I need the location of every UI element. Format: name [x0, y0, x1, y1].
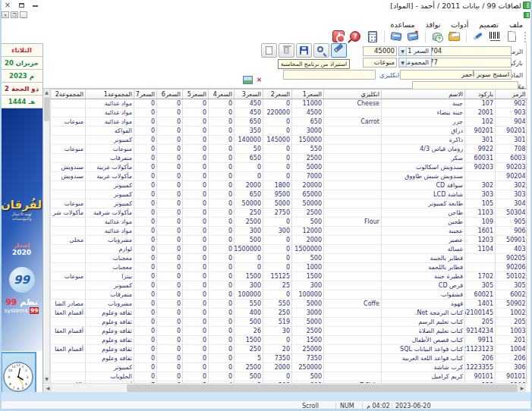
table-cell[interactable]: 0 — [157, 209, 183, 218]
folder-materials-icon[interactable] — [447, 30, 461, 43]
table-cell[interactable]: 90203 — [496, 163, 527, 172]
table-cell[interactable]: 0 — [157, 254, 183, 263]
table-cell[interactable] — [465, 172, 496, 181]
vertical-scrollbar[interactable]: ▲ ▼ — [43, 89, 50, 383]
table-cell[interactable]: منوعات — [51, 199, 86, 209]
table-cell[interactable]: 550 — [292, 145, 324, 154]
search-button[interactable] — [313, 43, 329, 58]
table-cell[interactable]: 0 — [263, 254, 292, 263]
table-cell[interactable] — [324, 136, 382, 145]
table-cell[interactable]: 60021 — [465, 290, 496, 300]
table-cell[interactable]: 0 — [183, 281, 209, 290]
table-cell[interactable] — [324, 272, 382, 281]
table-cell[interactable]: 0 — [209, 99, 235, 108]
table-cell[interactable]: 0 — [183, 300, 209, 309]
table-cell[interactable]: 0 — [183, 172, 209, 181]
table-cell[interactable]: 0 — [235, 254, 263, 263]
table-cell[interactable]: 0 — [209, 272, 235, 281]
table-cell[interactable]: ثقافة وعلوم — [86, 318, 134, 327]
table-cell[interactable]: عجينة — [382, 227, 465, 236]
table-cell[interactable]: مشروبات — [86, 236, 134, 245]
table-cell[interactable]: 300 — [263, 227, 292, 236]
table-cell[interactable]: 1500 — [292, 272, 324, 281]
table-cell[interactable]: 1002 — [496, 309, 527, 318]
table-cell[interactable]: 305 — [496, 281, 527, 290]
table-cell[interactable] — [51, 336, 86, 345]
table-cell[interactable]: ثقافة وعلوم — [86, 336, 134, 345]
table-cell[interactable]: 0 — [157, 245, 183, 254]
table-cell[interactable]: 5000 — [292, 318, 324, 327]
table-cell[interactable] — [51, 245, 86, 254]
table-cell[interactable]: فطاير بالجبنة — [382, 254, 465, 263]
table-cell[interactable]: 0 — [183, 363, 209, 372]
table-cell[interactable]: 0 — [134, 181, 157, 190]
table-cell[interactable]: 0 — [134, 336, 157, 345]
code-field[interactable]: 704 — [427, 46, 512, 56]
table-cell[interactable]: 0 — [183, 127, 209, 136]
table-cell[interactable]: 650 — [235, 154, 263, 163]
price-field[interactable]: 45000 — [363, 46, 397, 56]
table-cell[interactable]: 90201 — [496, 127, 527, 136]
table-cell[interactable]: 0 — [157, 263, 183, 272]
table-cell[interactable]: 5 — [235, 354, 263, 363]
table-cell[interactable]: منوعات — [51, 118, 86, 127]
table-cell[interactable]: 1800 — [263, 181, 292, 190]
table-cell[interactable]: 0 — [183, 245, 209, 254]
table-cell[interactable]: 0 — [209, 245, 235, 254]
table-cell[interactable]: 0 — [134, 163, 157, 172]
table-cell[interactable]: 0 — [157, 318, 183, 327]
table-cell[interactable]: ثقافة وعلوم — [86, 354, 134, 363]
table-cell[interactable]: كمبيوتر — [86, 136, 134, 145]
table-cell[interactable]: 0 — [157, 172, 183, 181]
table-cell[interactable] — [324, 290, 382, 300]
column-header[interactable]: المجموعة1 — [86, 89, 134, 99]
table-row[interactable]: 503041103طاجن250027502500000مأكولات شرقي… — [51, 209, 527, 218]
table-cell[interactable]: 305 — [465, 281, 496, 290]
table-cell[interactable] — [324, 127, 382, 136]
table-cell[interactable] — [324, 209, 382, 218]
table-row[interactable]: 304105طابعة كمبيوتر500005000500000000كمب… — [51, 199, 527, 209]
table-cell[interactable]: كريم كراميل — [382, 372, 465, 381]
table-cell[interactable]: 1500000 — [235, 245, 263, 254]
table-cell[interactable]: 0 — [209, 300, 235, 309]
table-cell[interactable] — [324, 354, 382, 363]
table-cell[interactable]: منوعات — [51, 145, 86, 154]
table-cell[interactable]: 0 — [134, 127, 157, 136]
table-cell[interactable] — [324, 154, 382, 163]
table-cell[interactable]: 11000 — [292, 99, 324, 108]
table-cell[interactable]: 0 — [157, 199, 183, 209]
table-cell[interactable]: 0 — [263, 290, 292, 300]
table-cell[interactable]: 9911 — [465, 336, 496, 345]
table-cell[interactable]: 0 — [183, 327, 209, 336]
table-cell[interactable]: 3000 — [292, 309, 324, 318]
table-cell[interactable] — [324, 372, 382, 381]
table-cell[interactable]: 12000 — [292, 227, 324, 236]
table-cell[interactable]: 301 — [465, 136, 496, 145]
table-cell[interactable]: 4500 — [292, 108, 324, 118]
table-cell[interactable]: 2000 — [263, 363, 292, 372]
table-cell[interactable]: 519 — [263, 318, 292, 327]
label-print-icon[interactable] — [389, 30, 404, 43]
table-cell[interactable]: 60031 — [465, 154, 496, 163]
calculator-icon[interactable] — [365, 30, 379, 43]
table-cell[interactable]: 0 — [183, 163, 209, 172]
table-row[interactable]: 2019911كتاب قصص الأطفال1500015000000ثقاف… — [51, 336, 527, 345]
table-cell[interactable]: قهوة — [382, 300, 465, 309]
table-cell[interactable]: عصير — [382, 236, 465, 245]
delete-record-button[interactable] — [279, 43, 294, 58]
scroll-up-icon[interactable]: ▲ — [43, 89, 50, 96]
table-cell[interactable]: جبنة — [382, 99, 465, 108]
table-cell[interactable]: أقسام العقا — [51, 345, 86, 354]
table-cell[interactable]: 0 — [157, 190, 183, 199]
table-cell[interactable]: 5000 — [292, 300, 324, 309]
help-search-icon[interactable]: ? — [348, 30, 363, 43]
table-row[interactable]: 509021401قهوةCoffe50005505500000مشروباتم… — [51, 300, 527, 309]
database-backup-icon[interactable] — [430, 30, 445, 43]
table-cell[interactable]: 0 — [183, 272, 209, 281]
material-field[interactable]: اسفنج سوبر أحمر — [400, 70, 512, 80]
table-cell[interactable]: 303 — [496, 190, 527, 199]
table-cell[interactable]: 500 — [292, 254, 324, 263]
table-cell[interactable]: 500 — [235, 372, 263, 381]
horizontal-scrollbar[interactable]: ◀ ▶ — [43, 383, 527, 392]
table-row[interactable]: 1004921123123كتاب قواعد البيانات SQL2500… — [51, 345, 527, 354]
